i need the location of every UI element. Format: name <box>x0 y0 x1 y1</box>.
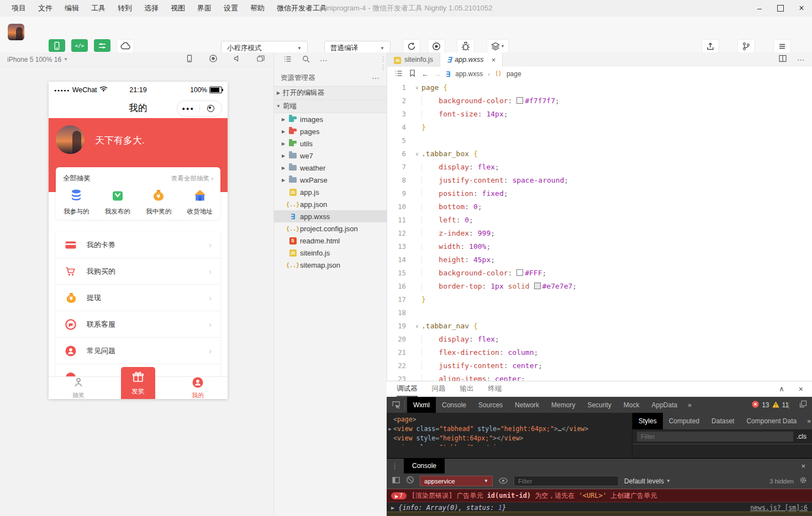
context-select[interactable]: appservice ▼ <box>420 476 493 486</box>
code-line[interactable]: 9 position: fixed; <box>387 187 812 200</box>
more-tabs-icon[interactable]: » <box>803 417 812 425</box>
fold-chevron-icon[interactable]: ∨ <box>413 147 421 161</box>
devtools-tab-Mock[interactable]: Mock <box>618 397 646 413</box>
split-editor-icon[interactable] <box>778 54 787 65</box>
file-row-readme.html[interactable]: 5readme.html <box>274 235 387 247</box>
fold-chevron-icon[interactable]: ∨ <box>413 81 421 94</box>
view-all-lottery-link[interactable]: 查看全部抽奖 › <box>171 174 213 183</box>
devtools-tab-Console[interactable]: Console <box>436 397 472 413</box>
explorer-section-前端[interactable]: ▼前端 <box>274 100 387 113</box>
file-row-app.wxss[interactable]: ∃app.wxss <box>274 210 387 222</box>
file-row-we7[interactable]: ▶we7 <box>274 150 387 162</box>
user-avatar[interactable] <box>56 125 85 154</box>
console-tab[interactable]: Console <box>404 459 445 474</box>
menu-item-选择[interactable]: 选择 <box>138 0 165 17</box>
code-line[interactable]: 16 border-top: 1px solid #e7e7e7; <box>387 280 812 293</box>
outline-icon[interactable] <box>394 69 403 79</box>
devtools-tab-Sources[interactable]: Sources <box>472 397 509 413</box>
wxml-node[interactable]: ▶<view class="tabhead" style="height:64p… <box>387 424 632 434</box>
code-line[interactable]: 22 justify-content: center; <box>387 359 812 373</box>
forward-arrow-icon[interactable]: → <box>434 70 441 78</box>
code-line[interactable]: 11 left: 0; <box>387 214 812 227</box>
code-line[interactable]: 1∨page { <box>387 81 812 94</box>
live-expression-icon[interactable] <box>498 476 508 486</box>
editor-tab-app.wxss[interactable]: ∃app.wxss× <box>440 52 503 67</box>
tabbar-item-发奖[interactable]: 发奖 <box>121 367 155 399</box>
wxml-node[interactable]: ▶<view class="tabhead">…</view> <box>387 443 632 446</box>
mute-icon[interactable] <box>233 54 241 65</box>
maximize-icon[interactable] <box>770 0 791 17</box>
code-line[interactable]: 6∨.tabbar_box { <box>387 147 812 161</box>
warning-count-icon[interactable] <box>772 401 779 409</box>
close-miniprogram-button[interactable] <box>200 105 222 112</box>
file-row-app.js[interactable]: JSapp.js <box>274 186 387 198</box>
menu-row-联系客服[interactable]: 联系客服› <box>56 311 220 337</box>
menu-item-帮助[interactable]: 帮助 <box>244 0 271 17</box>
bookmark-icon[interactable] <box>408 69 416 79</box>
code-line[interactable]: 13 width: 100%; <box>387 240 812 253</box>
menu-item-项目[interactable]: 项目 <box>6 0 32 17</box>
code-line[interactable]: 20 display: flex; <box>387 333 812 346</box>
console-sidebar-icon[interactable] <box>392 476 400 487</box>
explorer-section-打开的编辑器[interactable]: ▶打开的编辑器 <box>274 86 387 100</box>
file-row-app.json[interactable]: {..}app.json <box>274 198 387 210</box>
close-tab-icon[interactable]: × <box>491 56 495 64</box>
inspect-element-icon[interactable] <box>391 400 401 410</box>
record-icon[interactable] <box>209 54 218 65</box>
devtools-tab-Security[interactable]: Security <box>581 397 617 413</box>
console-error-row[interactable]: ▶7 [渲染层错误] 广告单元 id(unit-id) 为空，请先在 '<URL… <box>387 489 812 502</box>
close-console-icon[interactable]: × <box>801 462 805 470</box>
back-arrow-icon[interactable]: ← <box>421 70 429 78</box>
fold-chevron-icon[interactable]: ∨ <box>413 320 421 333</box>
file-row-wxParse[interactable]: ▶wxParse <box>274 174 387 186</box>
lottery-item-收货地址[interactable]: 收货地址 <box>180 188 221 216</box>
more-icon[interactable]: ⋯ <box>372 75 380 81</box>
close-icon[interactable]: × <box>791 0 812 17</box>
file-row-weather[interactable]: ▶weather <box>274 162 387 174</box>
styles-tab-Dataset[interactable]: Dataset <box>705 413 740 429</box>
more-actions-button[interactable]: ●●● <box>177 106 199 111</box>
menu-row-提现[interactable]: ¥提现› <box>56 284 220 311</box>
devtools-tab-Wxml[interactable]: Wxml <box>407 397 436 413</box>
expand-caret-icon[interactable]: ▶ <box>387 443 393 446</box>
file-row-pages[interactable]: ▶pages <box>274 125 387 137</box>
editor-tab-siteinfo.js[interactable]: JSsiteinfo.js <box>387 52 440 67</box>
devtools-tab-Memory[interactable]: Memory <box>545 397 581 413</box>
collapse-panel-icon[interactable]: ∧ <box>779 385 784 393</box>
devtools-tab-Network[interactable]: Network <box>509 397 545 413</box>
menu-item-文件[interactable]: 文件 <box>32 0 59 17</box>
outline-icon[interactable] <box>283 55 292 66</box>
expand-caret-icon[interactable]: ▶ <box>387 424 393 434</box>
file-row-sitemap.json[interactable]: {..}sitemap.json <box>274 259 387 271</box>
code-line[interactable]: 5 <box>387 134 812 147</box>
code-line[interactable]: 18 <box>387 306 812 320</box>
debugger-strip-tab-输出[interactable]: 输出 <box>460 381 474 397</box>
code-line[interactable]: 14 height: 45px; <box>387 253 812 267</box>
menu-row-常见问题[interactable]: 常见问题› <box>56 337 220 364</box>
code-line[interactable]: 17} <box>387 293 812 306</box>
undock-icon[interactable] <box>799 400 808 411</box>
code-line[interactable]: 15 background-color: #FFF; <box>387 267 812 280</box>
color-swatch[interactable] <box>516 269 523 276</box>
styles-filter-input[interactable] <box>637 432 793 441</box>
more-tabs-icon[interactable]: » <box>683 401 696 409</box>
debugger-strip-tab-终端[interactable]: 终端 <box>488 381 502 397</box>
breadcrumb-node[interactable]: page <box>507 70 521 78</box>
minimize-icon[interactable]: – <box>749 0 770 17</box>
menu-item-工具[interactable]: 工具 <box>85 0 112 17</box>
avatar[interactable] <box>8 24 24 40</box>
lottery-item-我发布的[interactable]: 我发布的 <box>97 188 139 216</box>
menu-item-编辑[interactable]: 编辑 <box>59 0 85 17</box>
file-row-images[interactable]: ▶images <box>274 113 387 125</box>
more-icon[interactable]: ⋯ <box>797 57 805 62</box>
close-panel-icon[interactable]: × <box>799 385 803 393</box>
code-line[interactable]: 19∨.tabbar_nav { <box>387 320 812 333</box>
lottery-item-我中奖的[interactable]: ¥我中奖的 <box>138 188 180 216</box>
code-line[interactable]: 7 display: flex; <box>387 161 812 174</box>
more-icon[interactable]: ⋯ <box>320 57 328 63</box>
log-levels-select[interactable]: Default levels ▼ <box>624 477 671 485</box>
expand-caret-icon[interactable]: ▶ <box>391 506 394 510</box>
menu-item-界面[interactable]: 界面 <box>191 0 218 17</box>
color-swatch[interactable] <box>516 97 523 104</box>
file-row-siteinfo.js[interactable]: JSsiteinfo.js <box>274 247 387 259</box>
